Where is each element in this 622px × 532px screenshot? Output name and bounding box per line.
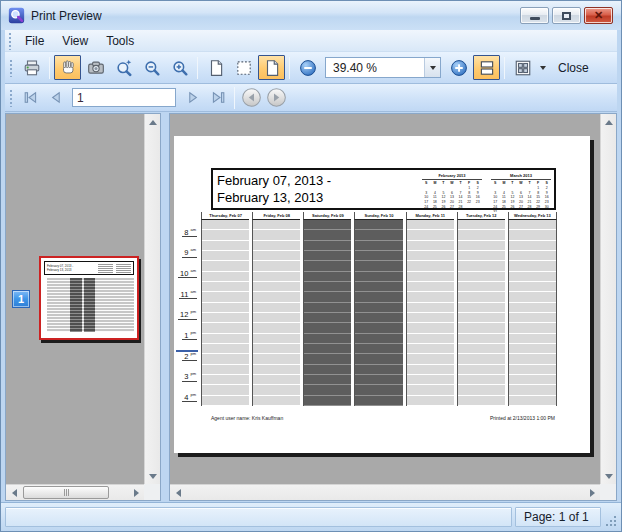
scroll-down-button[interactable] — [145, 468, 161, 484]
pan-tool-button[interactable] — [54, 55, 81, 80]
time-slot — [253, 313, 300, 323]
thumbnail-horizontal-scrollbar[interactable] — [6, 484, 144, 500]
multiple-pages-button[interactable] — [509, 55, 536, 80]
time-slot — [304, 323, 351, 333]
history-back-button[interactable] — [239, 86, 263, 110]
zoom-percent-value: 39.40 % — [326, 61, 424, 75]
preview-vertical-scrollbar[interactable] — [600, 114, 616, 484]
page-count-pane: Page: 1 of 1 — [515, 507, 601, 527]
restore-button[interactable] — [552, 7, 581, 24]
first-page-button[interactable] — [18, 86, 42, 110]
hour-label: 8 am — [182, 225, 197, 238]
page-width-button[interactable] — [230, 55, 257, 80]
zoom-in-tool-button[interactable] — [166, 55, 193, 80]
next-page-icon — [185, 89, 202, 106]
menu-view[interactable]: View — [53, 32, 97, 50]
dynamic-zoom-button[interactable] — [82, 55, 109, 80]
magnifier-plus-icon — [171, 59, 189, 77]
minimize-button[interactable] — [520, 7, 549, 24]
time-slot — [355, 396, 402, 406]
panel-splitter[interactable] — [161, 113, 169, 501]
zoom-combo-dropdown-button[interactable] — [424, 58, 440, 77]
time-slot — [304, 220, 351, 230]
thumbnail-vertical-scrollbar[interactable] — [144, 114, 160, 484]
preview-view[interactable]: February 07, 2013 - February 13, 2013 Fe… — [170, 114, 600, 484]
last-page-button[interactable] — [206, 86, 230, 110]
day-column — [406, 220, 454, 406]
thumbnail-view: February 07, 2013 - February 13, 2013 1 — [6, 114, 144, 484]
menubar-grip[interactable] — [8, 32, 13, 50]
scroll-left-button[interactable] — [6, 485, 22, 501]
preview-page: February 07, 2013 - February 13, 2013 Fe… — [174, 136, 590, 453]
page-navigation-toolbar — [5, 84, 617, 112]
time-slot — [458, 292, 505, 302]
page-thumbnail[interactable]: February 07, 2013 - February 13, 2013 — [39, 256, 139, 340]
time-slot — [202, 396, 249, 406]
toolbar-grip[interactable] — [9, 59, 14, 77]
time-slot — [202, 292, 249, 302]
scroll-right-button[interactable] — [128, 485, 144, 501]
scroll-left-button[interactable] — [170, 485, 186, 501]
zoom-percent-combobox[interactable]: 39.40 % — [325, 57, 441, 78]
page-number-input[interactable] — [72, 88, 176, 107]
zoom-tool-button[interactable] — [110, 55, 137, 80]
dotted-page-icon — [235, 59, 253, 77]
time-slot — [202, 354, 249, 364]
time-slot — [304, 303, 351, 313]
zoom-out-tool-button[interactable] — [138, 55, 165, 80]
time-slot — [407, 241, 454, 251]
thumbnail-page-number-badge[interactable]: 1 — [12, 290, 30, 308]
status-bar: Page: 1 of 1 — [1, 502, 621, 531]
time-slot — [458, 230, 505, 240]
time-slot — [202, 220, 249, 230]
separator — [504, 57, 505, 79]
time-slot — [407, 313, 454, 323]
time-slot — [202, 241, 249, 251]
toolbar-grip[interactable] — [9, 89, 14, 107]
time-slot — [407, 375, 454, 385]
next-page-button[interactable] — [181, 86, 205, 110]
restore-icon — [562, 12, 571, 20]
time-slot — [304, 385, 351, 395]
time-slot — [304, 251, 351, 261]
menu-bar: File View Tools — [5, 30, 617, 52]
scroll-up-button[interactable] — [145, 114, 161, 130]
close-window-button[interactable]: ✕ — [584, 7, 613, 24]
time-slot — [458, 385, 505, 395]
history-forward-button[interactable] — [264, 86, 288, 110]
hour-block: 4 pm — [176, 385, 198, 406]
time-slot — [355, 251, 402, 261]
date-range-line1: February 07, 2013 - — [217, 172, 331, 189]
time-slot — [458, 272, 505, 282]
pages-vertical-view-button[interactable] — [473, 55, 500, 80]
mini-calendar: March 2013SMTWTFS12345678910111213141516… — [491, 173, 551, 215]
close-preview-button[interactable]: Close — [550, 57, 597, 79]
day-header: Saturday, Feb 09 — [303, 212, 351, 220]
multiple-pages-dropdown-button[interactable] — [537, 55, 549, 80]
time-slot — [407, 292, 454, 302]
scrollbar-thumb[interactable] — [23, 486, 109, 499]
time-slot — [202, 344, 249, 354]
previous-page-button[interactable] — [43, 86, 67, 110]
time-slot — [253, 334, 300, 344]
zoom-decrease-button[interactable] — [294, 55, 321, 80]
zoom-increase-button[interactable] — [445, 55, 472, 80]
print-button[interactable] — [18, 55, 45, 80]
preview-horizontal-scrollbar[interactable] — [170, 484, 600, 500]
menu-file[interactable]: File — [16, 32, 53, 50]
time-slot — [253, 375, 300, 385]
day-header: Friday, Feb 08 — [252, 212, 300, 220]
scroll-down-button[interactable] — [601, 468, 617, 484]
scroll-up-button[interactable] — [601, 114, 617, 130]
scrollbar-corner — [144, 484, 160, 500]
scroll-right-button[interactable] — [584, 485, 600, 501]
time-slot — [253, 282, 300, 292]
time-gutter: 8 am9 am10 am11 am12 pm1 pm2 pm3 pm4 pm — [176, 220, 198, 406]
menu-tools[interactable]: Tools — [97, 32, 143, 50]
time-slot — [355, 272, 402, 282]
actual-size-button[interactable] — [258, 55, 285, 80]
resize-grip[interactable] — [604, 514, 617, 527]
whole-page-button[interactable] — [202, 55, 229, 80]
page-grid-icon — [514, 59, 532, 77]
time-slot — [509, 354, 556, 364]
